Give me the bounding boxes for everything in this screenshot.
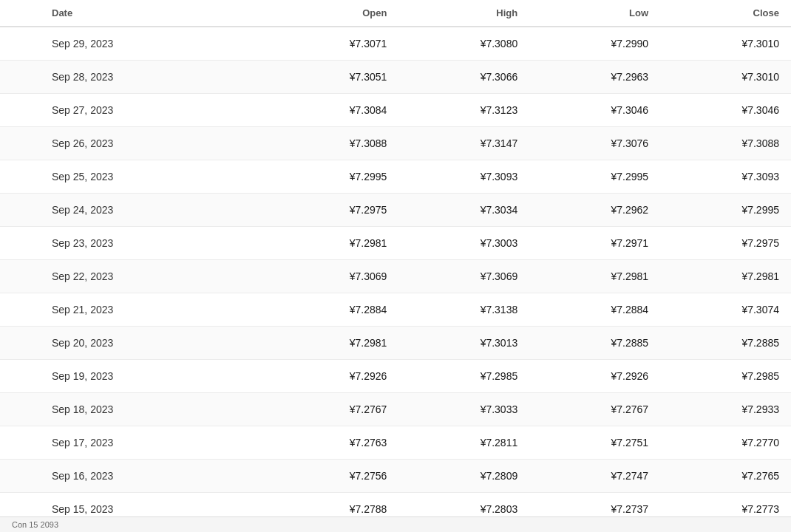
- cell-high: ¥7.3080: [398, 27, 529, 61]
- table-row: Sep 25, 2023¥7.2995¥7.3093¥7.2995¥7.3093: [0, 160, 791, 194]
- table-row: Sep 29, 2023¥7.3071¥7.3080¥7.2990¥7.3010: [0, 27, 791, 61]
- cell-close: ¥7.2770: [660, 426, 791, 460]
- cell-low: ¥7.3076: [529, 127, 660, 160]
- cell-close: ¥7.2995: [660, 194, 791, 227]
- cell-close: ¥7.3088: [660, 127, 791, 160]
- footer-bar: Con 15 2093: [0, 516, 791, 526]
- cell-close: ¥7.2981: [660, 260, 791, 293]
- cell-low: ¥7.2926: [529, 360, 660, 393]
- cell-high: ¥7.2985: [398, 360, 529, 393]
- cell-close: ¥7.3010: [660, 27, 791, 61]
- table-row: Sep 24, 2023¥7.2975¥7.3034¥7.2962¥7.2995: [0, 194, 791, 227]
- cell-low: ¥7.2751: [529, 426, 660, 460]
- cell-low: ¥7.2885: [529, 327, 660, 360]
- cell-open: ¥7.3088: [268, 127, 398, 160]
- table-row: Sep 16, 2023¥7.2756¥7.2809¥7.2747¥7.2765: [0, 460, 791, 493]
- table-container: Date Open High Low Close Sep 29, 2023¥7.…: [0, 0, 791, 526]
- cell-low: ¥7.2971: [529, 227, 660, 260]
- footer-text: Con 15 2093: [12, 520, 58, 526]
- cell-close: ¥7.3074: [660, 293, 791, 327]
- cell-date: Sep 23, 2023: [0, 227, 268, 260]
- cell-open: ¥7.2767: [268, 393, 398, 426]
- table-row: Sep 26, 2023¥7.3088¥7.3147¥7.3076¥7.3088: [0, 127, 791, 160]
- table-row: Sep 22, 2023¥7.3069¥7.3069¥7.2981¥7.2981: [0, 260, 791, 293]
- cell-date: Sep 28, 2023: [0, 61, 268, 94]
- cell-date: Sep 25, 2023: [0, 160, 268, 194]
- cell-low: ¥7.2963: [529, 61, 660, 94]
- cell-high: ¥7.3093: [398, 160, 529, 194]
- cell-open: ¥7.3051: [268, 61, 398, 94]
- cell-open: ¥7.2981: [268, 227, 398, 260]
- cell-high: ¥7.2809: [398, 460, 529, 493]
- table-row: Sep 20, 2023¥7.2981¥7.3013¥7.2885¥7.2885: [0, 327, 791, 360]
- col-header-date: Date: [0, 0, 268, 27]
- cell-close: ¥7.3046: [660, 94, 791, 127]
- cell-date: Sep 18, 2023: [0, 393, 268, 426]
- cell-high: ¥7.2811: [398, 426, 529, 460]
- cell-close: ¥7.2885: [660, 327, 791, 360]
- cell-date: Sep 17, 2023: [0, 426, 268, 460]
- table-header-row: Date Open High Low Close: [0, 0, 791, 27]
- cell-low: ¥7.3046: [529, 94, 660, 127]
- cell-high: ¥7.3069: [398, 260, 529, 293]
- table-row: Sep 27, 2023¥7.3084¥7.3123¥7.3046¥7.3046: [0, 94, 791, 127]
- cell-low: ¥7.2962: [529, 194, 660, 227]
- table-row: Sep 21, 2023¥7.2884¥7.3138¥7.2884¥7.3074: [0, 293, 791, 327]
- cell-high: ¥7.3138: [398, 293, 529, 327]
- cell-date: Sep 26, 2023: [0, 127, 268, 160]
- cell-open: ¥7.2756: [268, 460, 398, 493]
- cell-date: Sep 24, 2023: [0, 194, 268, 227]
- cell-open: ¥7.2884: [268, 293, 398, 327]
- cell-open: ¥7.2926: [268, 360, 398, 393]
- cell-high: ¥7.3147: [398, 127, 529, 160]
- cell-low: ¥7.2981: [529, 260, 660, 293]
- cell-close: ¥7.2985: [660, 360, 791, 393]
- cell-close: ¥7.3093: [660, 160, 791, 194]
- table-row: Sep 28, 2023¥7.3051¥7.3066¥7.2963¥7.3010: [0, 61, 791, 94]
- cell-low: ¥7.2995: [529, 160, 660, 194]
- cell-date: Sep 20, 2023: [0, 327, 268, 360]
- cell-high: ¥7.3033: [398, 393, 529, 426]
- cell-open: ¥7.2981: [268, 327, 398, 360]
- col-header-open: Open: [268, 0, 398, 27]
- cell-open: ¥7.3084: [268, 94, 398, 127]
- cell-open: ¥7.2763: [268, 426, 398, 460]
- col-header-close: Close: [660, 0, 791, 27]
- cell-high: ¥7.3034: [398, 194, 529, 227]
- cell-low: ¥7.2747: [529, 460, 660, 493]
- cell-date: Sep 21, 2023: [0, 293, 268, 327]
- cell-date: Sep 22, 2023: [0, 260, 268, 293]
- cell-date: Sep 16, 2023: [0, 460, 268, 493]
- cell-high: ¥7.3003: [398, 227, 529, 260]
- col-header-low: Low: [529, 0, 660, 27]
- cell-low: ¥7.2884: [529, 293, 660, 327]
- cell-open: ¥7.2995: [268, 160, 398, 194]
- col-header-high: High: [398, 0, 529, 27]
- table-row: Sep 23, 2023¥7.2981¥7.3003¥7.2971¥7.2975: [0, 227, 791, 260]
- cell-open: ¥7.3069: [268, 260, 398, 293]
- cell-date: Sep 19, 2023: [0, 360, 268, 393]
- cell-close: ¥7.2765: [660, 460, 791, 493]
- cell-close: ¥7.2933: [660, 393, 791, 426]
- cell-low: ¥7.2767: [529, 393, 660, 426]
- cell-low: ¥7.2990: [529, 27, 660, 61]
- cell-date: Sep 27, 2023: [0, 94, 268, 127]
- table-row: Sep 17, 2023¥7.2763¥7.2811¥7.2751¥7.2770: [0, 426, 791, 460]
- cell-close: ¥7.2975: [660, 227, 791, 260]
- cell-high: ¥7.3066: [398, 61, 529, 94]
- cell-date: Sep 29, 2023: [0, 27, 268, 61]
- table-row: Sep 19, 2023¥7.2926¥7.2985¥7.2926¥7.2985: [0, 360, 791, 393]
- cell-open: ¥7.2975: [268, 194, 398, 227]
- cell-high: ¥7.3123: [398, 94, 529, 127]
- cell-high: ¥7.3013: [398, 327, 529, 360]
- price-table: Date Open High Low Close Sep 29, 2023¥7.…: [0, 0, 791, 526]
- cell-close: ¥7.3010: [660, 61, 791, 94]
- cell-open: ¥7.3071: [268, 27, 398, 61]
- table-row: Sep 18, 2023¥7.2767¥7.3033¥7.2767¥7.2933: [0, 393, 791, 426]
